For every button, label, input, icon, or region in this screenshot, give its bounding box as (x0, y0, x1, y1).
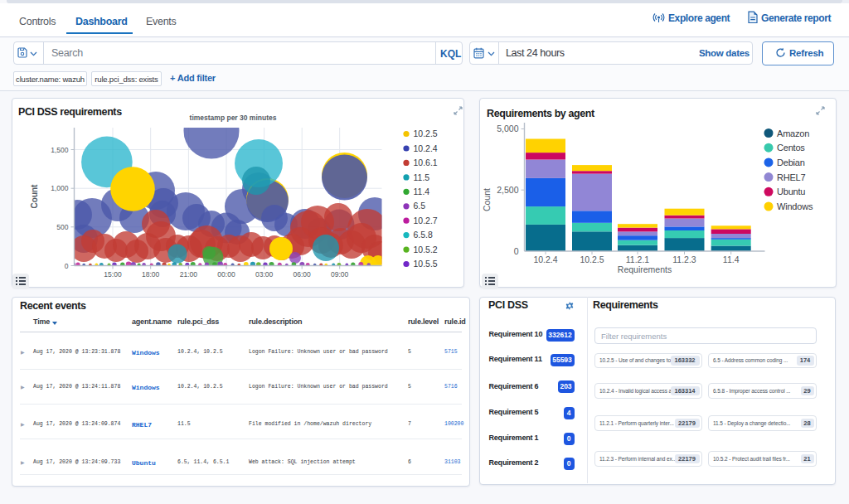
svg-text:500: 500 (56, 223, 68, 231)
svg-text:10.2.5: 10.2.5 (414, 128, 438, 138)
svg-text:Ubuntu: Ubuntu (777, 187, 805, 196)
svg-text:11.2.3: 11.2.3 (672, 254, 696, 264)
svg-text:6.5.8: 6.5.8 (414, 230, 434, 240)
svg-text:11.5: 11.5 (414, 172, 430, 182)
svg-text:0: 0 (65, 262, 69, 270)
svg-text:1,000: 1,000 (51, 184, 69, 192)
svg-text:RHEL7: RHEL7 (777, 172, 806, 182)
svg-text:10.5.2: 10.5.2 (414, 245, 438, 254)
svg-text:Debian: Debian (777, 158, 805, 167)
svg-text:6.5: 6.5 (414, 201, 426, 211)
svg-text:Count: Count (482, 188, 492, 211)
svg-text:15:00: 15:00 (104, 270, 122, 279)
svg-text:10.5.5: 10.5.5 (414, 259, 438, 269)
svg-text:Count: Count (30, 184, 39, 209)
svg-text:03:00: 03:00 (255, 270, 274, 279)
svg-text:18:00: 18:00 (142, 270, 160, 279)
svg-text:06:00: 06:00 (294, 270, 312, 279)
svg-text:10.2.7: 10.2.7 (414, 216, 438, 225)
svg-text:09:00: 09:00 (331, 270, 349, 279)
svg-text:timestamp per 30 minutes: timestamp per 30 minutes (190, 114, 277, 122)
svg-text:10.2.4: 10.2.4 (414, 143, 438, 153)
svg-text:10.2.4: 10.2.4 (533, 254, 557, 264)
svg-text:10.6.1: 10.6.1 (414, 158, 438, 167)
svg-text:21:00: 21:00 (180, 270, 198, 279)
svg-text:2,500: 2,500 (497, 185, 518, 195)
svg-text:11.4: 11.4 (723, 254, 740, 264)
svg-text:00:00: 00:00 (217, 270, 235, 279)
svg-text:Windows: Windows (777, 201, 813, 211)
svg-text:0: 0 (514, 246, 519, 256)
svg-text:5,000: 5,000 (497, 124, 518, 133)
svg-text:10.2.5: 10.2.5 (580, 254, 604, 264)
svg-text:Requirements: Requirements (618, 264, 672, 274)
svg-text:11.4: 11.4 (414, 187, 430, 196)
svg-text:Centos: Centos (777, 143, 805, 153)
svg-text:1,500: 1,500 (51, 146, 69, 154)
svg-text:11.2.1: 11.2.1 (626, 254, 650, 264)
svg-text:Amazon: Amazon (777, 128, 809, 138)
